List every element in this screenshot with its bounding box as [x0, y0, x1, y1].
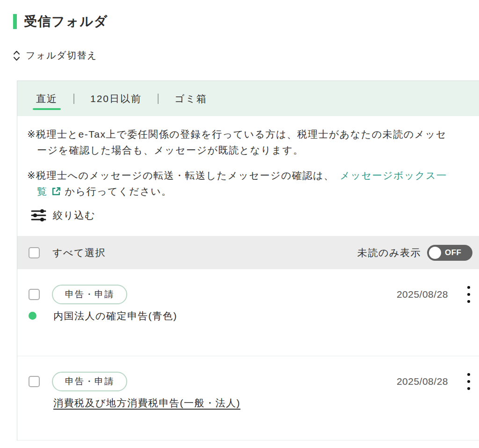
tab-recent[interactable]: 直近 — [33, 81, 61, 116]
select-all-bar: すべて選択 未読のみ表示 OFF — [17, 236, 479, 269]
tab-older-120days[interactable]: 120日以前 — [87, 81, 145, 116]
title-accent-bar — [13, 14, 17, 29]
filter-button[interactable]: 絞り込む — [31, 209, 95, 222]
unread-dot-icon — [29, 312, 36, 320]
message-date: 2025/08/28 — [397, 376, 448, 387]
message-checkbox[interactable] — [29, 376, 40, 387]
select-all-checkbox[interactable] — [29, 247, 40, 258]
panel-body: ※税理士とe-Tax上で委任関係の登録を行っている方は、税理士があなたの未読のメ… — [17, 116, 479, 236]
message-title[interactable]: 内国法人の確定申告(青色) — [53, 310, 177, 321]
message-category-badge: 申告・申請 — [52, 372, 127, 391]
folder-switch-label: フォルダ切替え — [26, 49, 97, 62]
note-delegation: ※税理士とe-Tax上で委任関係の登録を行っている方は、税理士があなたの未読のメ… — [27, 126, 472, 158]
kebab-menu-icon[interactable] — [465, 371, 472, 392]
tab-bar: 直近 120日以前 ゴミ箱 — [17, 81, 479, 116]
sliders-icon — [31, 209, 46, 222]
messagebox-list-link-wrap[interactable]: 覧 — [37, 186, 48, 197]
tab-separator — [73, 94, 74, 104]
page-header: 受信フォルダ — [0, 0, 479, 30]
note-forwarding-text: ※税理士へのメッセージの転送・転送したメッセージの確認は、 — [27, 170, 334, 181]
note-delegation-line1: ※税理士とe-Tax上で委任関係の登録を行っている方は、税理士があなたの未読のメ… — [27, 129, 447, 140]
unread-filter-area: 未読のみ表示 OFF — [357, 245, 472, 261]
note-forwarding: ※税理士へのメッセージの転送・転送したメッセージの確認は、メッセージボックス一 … — [27, 168, 472, 199]
message-category-badge: 申告・申請 — [52, 285, 127, 304]
page-title: 受信フォルダ — [24, 13, 108, 30]
message-date: 2025/08/28 — [397, 289, 448, 300]
filter-label: 絞り込む — [53, 209, 95, 222]
external-link-icon — [51, 186, 61, 196]
note-delegation-line2: ージを確認した場合も、メッセージが既読となります。 — [37, 145, 304, 155]
unread-only-toggle[interactable]: OFF — [427, 245, 472, 261]
note-forwarding-text-after: から行ってください。 — [65, 186, 172, 197]
tab-separator — [158, 94, 159, 104]
tab-trash[interactable]: ゴミ箱 — [171, 81, 210, 116]
folder-switch-button[interactable]: フォルダ切替え — [13, 49, 97, 62]
select-all-label: すべて選択 — [52, 246, 106, 259]
unread-only-label: 未読のみ表示 — [357, 246, 421, 259]
messagebox-list-link[interactable]: メッセージボックス一 — [340, 170, 447, 181]
toggle-knob — [429, 247, 441, 259]
message-checkbox[interactable] — [29, 289, 40, 300]
inbox-panel: 直近 120日以前 ゴミ箱 ※税理士とe-Tax上で委任関係の登録を行っている方… — [17, 81, 479, 441]
toggle-state-label: OFF — [445, 248, 462, 257]
kebab-menu-icon[interactable] — [465, 284, 472, 305]
message-row: 申告・申請 2025/08/28 消費税及び地方消費税申告(一般・法人) — [17, 356, 479, 441]
up-down-chevron-icon — [13, 50, 21, 62]
message-title-link[interactable]: 消費税及び地方消費税申告(一般・法人) — [53, 397, 240, 408]
message-row: 申告・申請 2025/08/28 内国法人の確定申告(青色) — [17, 269, 479, 356]
